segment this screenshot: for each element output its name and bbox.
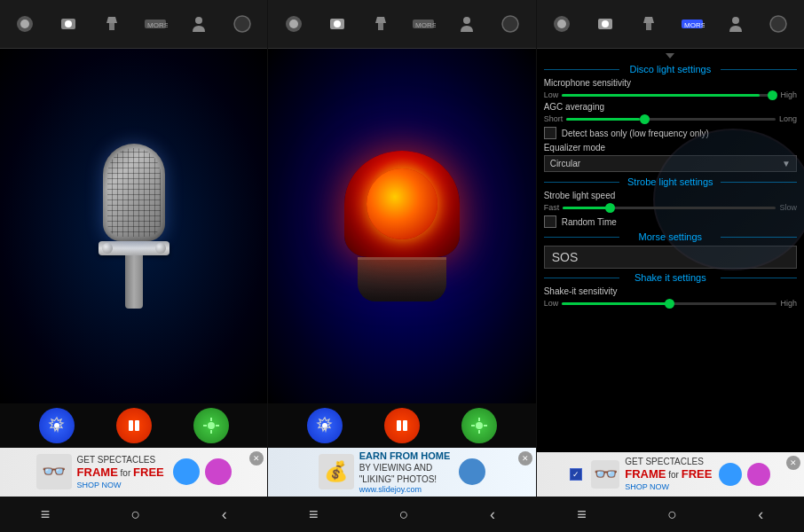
svg-rect-11 — [129, 420, 133, 431]
strobe-slider-track[interactable] — [563, 207, 776, 209]
detect-bass-label: Detect bass only (low frequency only) — [562, 129, 709, 138]
shake-low-label: Low — [544, 299, 559, 308]
camera-flash-icon[interactable] — [54, 10, 83, 38]
s-speaker-icon[interactable] — [764, 10, 792, 38]
s-morse-icon[interactable]: MORSE — [678, 10, 706, 38]
s-flash-icon[interactable] — [548, 10, 576, 38]
svg-rect-5 — [109, 23, 114, 30]
svg-point-21 — [334, 20, 341, 27]
svg-rect-41 — [646, 23, 651, 30]
ad-close-2[interactable]: ✕ — [518, 451, 532, 466]
stop-button[interactable] — [116, 408, 152, 443]
mic-head — [103, 144, 165, 241]
ad-close-3[interactable]: ✕ — [786, 456, 800, 470]
panel1-nav: ≡ ○ ‹ — [0, 497, 267, 532]
s-camera-icon[interactable] — [591, 10, 619, 38]
p2-morse-icon[interactable]: MORSE — [409, 10, 437, 38]
ad-banner-3[interactable]: 👓 GET SPECTACLES FRAME for FREE SHOP NOW… — [537, 452, 804, 497]
ad-banner-2[interactable]: 💰 EARN FROM HOME BY VIEWING AND "LIKING"… — [268, 448, 535, 497]
svg-point-26 — [463, 17, 470, 24]
strobe-slider-container[interactable] — [563, 207, 776, 209]
svg-point-44 — [732, 17, 739, 24]
panel2-controls — [268, 403, 535, 448]
mic-knob-left — [102, 243, 113, 254]
s-back-nav-btn[interactable]: ‹ — [758, 505, 763, 524]
beacon-inner-glow — [367, 168, 437, 239]
shake-sensitivity-row: Low High — [544, 299, 797, 308]
mic-grid — [107, 148, 161, 237]
beacon-graphic — [344, 151, 460, 301]
mic-high-label: High — [780, 90, 797, 99]
svg-marker-4 — [106, 17, 117, 23]
s-menu-nav-btn[interactable]: ≡ — [577, 505, 587, 524]
p2-settings-button[interactable] — [307, 408, 343, 443]
panel2-toolbar: MORSE — [268, 0, 535, 49]
shake-slider-track[interactable] — [562, 302, 776, 305]
svg-point-8 — [195, 17, 202, 24]
mic-slider-container[interactable] — [562, 94, 776, 97]
svg-point-13 — [208, 422, 215, 429]
person-icon[interactable] — [185, 10, 213, 38]
mic-body — [125, 255, 143, 309]
mic-knob-right — [155, 243, 166, 254]
ad-text-3: GET SPECTACLES FRAME for FREE SHOP NOW — [625, 456, 712, 493]
agc-row: Short Long — [544, 114, 797, 123]
shake-sensitivity-label: Shake-it sensitivity — [544, 286, 797, 296]
p2-menu-nav-btn[interactable]: ≡ — [309, 505, 319, 524]
panel1-controls — [0, 403, 267, 448]
effects-button[interactable] — [193, 408, 229, 443]
home-nav-btn[interactable]: ○ — [130, 505, 140, 524]
beacon-light — [344, 151, 460, 257]
s-home-nav-btn[interactable]: ○ — [667, 505, 677, 524]
mic-slider-fill — [562, 94, 760, 97]
mic-slider-track[interactable] — [562, 94, 776, 97]
flash-icon[interactable] — [11, 10, 39, 38]
collapse-chevron[interactable] — [666, 53, 674, 59]
svg-text:MORSE: MORSE — [415, 21, 436, 29]
agc-slider-thumb[interactable] — [640, 114, 650, 124]
p2-home-nav-btn[interactable]: ○ — [399, 505, 409, 524]
p2-person-icon[interactable] — [453, 10, 481, 38]
p2-back-nav-btn[interactable]: ‹ — [490, 505, 495, 524]
p2-stop-button[interactable] — [384, 408, 420, 443]
s-flashlight-icon[interactable] — [635, 10, 663, 38]
agc-slider-track[interactable] — [566, 118, 776, 121]
svg-rect-23 — [378, 23, 383, 30]
svg-point-39 — [602, 20, 609, 27]
ad-close-1[interactable]: ✕ — [249, 451, 264, 466]
p2-effects-button[interactable] — [461, 408, 497, 443]
settings-button[interactable] — [39, 408, 75, 443]
random-time-checkbox[interactable] — [544, 215, 556, 228]
p2-speaker-icon[interactable] — [496, 10, 524, 38]
speaker-icon[interactable] — [228, 10, 256, 38]
ad-content-3: 👓 GET SPECTACLES FRAME for FREE SHOP NOW — [570, 456, 770, 493]
menu-nav-btn[interactable]: ≡ — [41, 505, 51, 524]
p2-flash-icon[interactable] — [280, 10, 308, 38]
panel1-toolbar: MORSE — [0, 0, 267, 49]
p2-camera-icon[interactable] — [323, 10, 351, 38]
svg-text:MORSE: MORSE — [684, 21, 705, 29]
morse-section-header: Morse settings — [544, 231, 797, 242]
shake-slider-fill — [562, 302, 669, 305]
s-person-icon[interactable] — [721, 10, 750, 38]
ad-banner-1[interactable]: 👓 GET SPECTACLES FRAME for FREE SHOP NOW… — [0, 448, 267, 497]
p2-flashlight-icon[interactable] — [367, 10, 395, 38]
detect-bass-checkbox[interactable] — [544, 127, 556, 139]
back-nav-btn[interactable]: ‹ — [222, 505, 227, 524]
svg-rect-12 — [135, 420, 139, 431]
beacon-panel: MORSE 💰 EARN FROM HOME — [268, 0, 536, 532]
svg-rect-29 — [397, 420, 401, 431]
microphone-graphic — [99, 144, 169, 309]
mic-sensitivity-row: Low High — [544, 90, 797, 99]
flashlight-icon[interactable] — [98, 10, 126, 38]
microphone-panel: MORSE — [0, 0, 268, 532]
shake-slider-thumb[interactable] — [665, 299, 674, 309]
shake-high-label: High — [780, 299, 797, 308]
ad-s-g2 — [747, 463, 770, 486]
agc-slider-container[interactable] — [566, 118, 776, 121]
strobe-slider-thumb[interactable] — [605, 203, 615, 213]
morse-icon[interactable]: MORSE — [141, 10, 169, 38]
settings-content: Disco light settings Microphone sensitiv… — [537, 49, 804, 452]
mic-slider-thumb[interactable] — [768, 90, 777, 100]
shake-slider-container[interactable] — [562, 302, 776, 305]
